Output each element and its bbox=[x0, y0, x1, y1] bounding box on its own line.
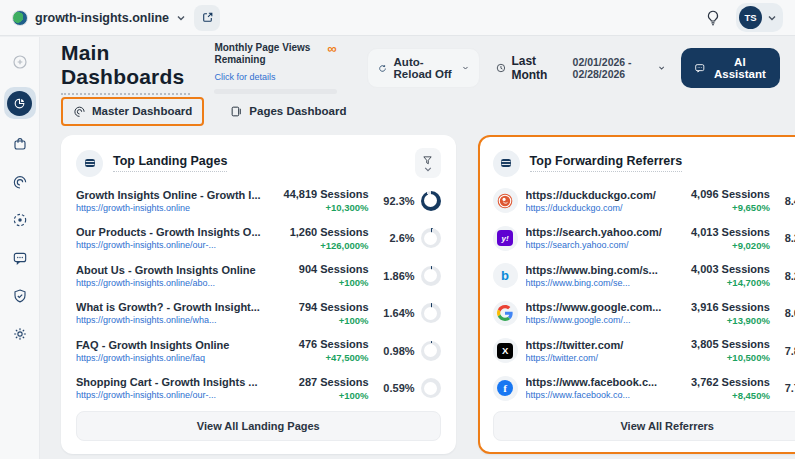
page-title: Main Dashboards bbox=[61, 41, 190, 95]
refresh-icon bbox=[378, 62, 387, 75]
table-row: Growth Insights Online - Growth I...http… bbox=[76, 182, 441, 220]
sidebar-item-settings[interactable] bbox=[7, 321, 33, 347]
sidebar bbox=[0, 37, 40, 459]
share-percent: 8.07% bbox=[785, 307, 795, 319]
sidebar-item-heatmaps[interactable] bbox=[7, 169, 33, 195]
page-title-link[interactable]: Our Products - Growth Insights O... bbox=[76, 226, 261, 238]
sessions-value: 1,260 Sessions bbox=[269, 226, 369, 238]
ai-chat-icon bbox=[694, 61, 706, 75]
page-title-link[interactable]: Shopping Cart - Growth Insights ... bbox=[76, 376, 261, 388]
date-range-picker[interactable]: 02/01/2026 - 02/28/2026 bbox=[573, 56, 666, 80]
ideas-lightbulb-icon[interactable] bbox=[704, 9, 722, 27]
sidebar-item-orders[interactable] bbox=[7, 131, 33, 157]
page-url-link[interactable]: https://growth-insights.online/our-... bbox=[76, 390, 261, 400]
card-title: Top Landing Pages bbox=[113, 154, 227, 172]
favicon-badge: X bbox=[493, 338, 518, 363]
referrer-title-link[interactable]: https://twitter.com/ bbox=[526, 339, 662, 351]
period-label: Last Month bbox=[511, 54, 556, 82]
sessions-value: 3,805 Sessions bbox=[670, 338, 770, 350]
referrer-url-link[interactable]: https://www.bing.com/se... bbox=[526, 278, 662, 288]
twitter-x-favicon-icon: X bbox=[497, 343, 513, 359]
quota-label: Monthly Page Views Remaining bbox=[214, 42, 327, 66]
tab-pages-dashboard[interactable]: Pages Dashboard bbox=[218, 97, 358, 126]
share-percent: 0.98% bbox=[383, 345, 414, 357]
user-menu[interactable]: TS bbox=[736, 3, 783, 32]
share-percent: 1.64% bbox=[383, 307, 414, 319]
page-title-link[interactable]: What is Growth? - Growth Insight... bbox=[76, 301, 261, 313]
table-row: f https://www.facebook.c...https://www.f… bbox=[493, 370, 795, 408]
referrer-title-link[interactable]: https://www.bing.com/s... bbox=[526, 264, 662, 276]
table-row: Our Products - Growth Insights O...https… bbox=[76, 220, 441, 258]
favicon-badge bbox=[493, 188, 518, 213]
facebook-favicon-icon: f bbox=[497, 380, 513, 396]
share-percent: 8.44% bbox=[785, 195, 795, 207]
quota-details-link[interactable]: Click for details bbox=[214, 72, 275, 82]
chevron-down-icon bbox=[658, 63, 665, 73]
sidebar-item-collapse[interactable] bbox=[7, 49, 33, 75]
change-badge: +126,000% bbox=[269, 240, 369, 251]
page-title-link[interactable]: About Us - Growth Insights Online bbox=[76, 264, 261, 276]
view-all-referrers-button[interactable]: View All Referrers bbox=[493, 411, 795, 441]
share-percent: 1.86% bbox=[383, 270, 414, 282]
change-badge: +100% bbox=[269, 390, 369, 401]
external-link-icon bbox=[201, 11, 214, 24]
share-percent: 92.3% bbox=[383, 195, 414, 207]
period-selector[interactable]: Last Month bbox=[496, 54, 557, 82]
change-badge: +9,650% bbox=[670, 202, 770, 213]
page-title-link[interactable]: FAQ - Growth Insights Online bbox=[76, 339, 261, 351]
open-site-button[interactable] bbox=[194, 5, 220, 31]
page-url-link[interactable]: https://growth-insights.online/faq bbox=[76, 353, 261, 363]
tab-label: Pages Dashboard bbox=[249, 105, 346, 117]
site-switcher[interactable]: growth-insights.online bbox=[12, 10, 186, 26]
sidebar-item-feedback[interactable] bbox=[7, 245, 33, 271]
page-url-link[interactable]: https://growth-insights.online/our-... bbox=[76, 240, 261, 250]
landing-filter-button[interactable] bbox=[415, 148, 441, 178]
referrer-url-link[interactable]: https://search.yahoo.com/ bbox=[526, 240, 662, 250]
table-row: https://duckduckgo.com/https://duckduckg… bbox=[493, 182, 795, 220]
sessions-value: 4,013 Sessions bbox=[670, 226, 770, 238]
sessions-value: 904 Sessions bbox=[269, 263, 369, 275]
pages-dashboard-icon bbox=[230, 105, 243, 118]
referrer-title-link[interactable]: https://search.yahoo.com/ bbox=[526, 226, 662, 238]
page-url-link[interactable]: https://growth-insights.online/abo... bbox=[76, 278, 261, 288]
active-indicator bbox=[7, 91, 32, 116]
heatmap-swirl-icon bbox=[12, 174, 28, 190]
chevron-down-icon bbox=[424, 167, 432, 172]
share-donut-chart bbox=[421, 303, 441, 323]
ai-assistant-button[interactable]: AI Assistant bbox=[681, 48, 780, 88]
referrer-url-link[interactable]: https://www.facebook.co... bbox=[526, 390, 662, 400]
referrer-url-link[interactable]: https://www.google.com/... bbox=[526, 315, 662, 325]
referrer-title-link[interactable]: https://www.facebook.c... bbox=[526, 376, 662, 388]
change-badge: +47,500% bbox=[269, 352, 369, 363]
referrer-title-link[interactable]: https://www.google.com... bbox=[526, 301, 662, 313]
view-all-landing-pages-button[interactable]: View All Landing Pages bbox=[76, 411, 441, 441]
referrer-url-link[interactable]: https://twitter.com/ bbox=[526, 353, 662, 363]
page-title-link[interactable]: Growth Insights Online - Growth I... bbox=[76, 189, 261, 201]
share-percent: 0.59% bbox=[383, 382, 414, 394]
list-widget-icon bbox=[499, 156, 513, 170]
favicon-badge: y! bbox=[493, 226, 518, 251]
change-badge: +13,900% bbox=[670, 315, 770, 326]
share-donut-chart bbox=[421, 341, 441, 361]
avatar: TS bbox=[739, 6, 762, 29]
sessions-value: 44,819 Sessions bbox=[269, 188, 369, 200]
chevron-down-icon bbox=[767, 13, 777, 23]
feedback-chat-icon bbox=[12, 250, 28, 266]
referrer-title-link[interactable]: https://duckduckgo.com/ bbox=[526, 189, 662, 201]
main-content: Main Dashboards Monthly Page Views Remai… bbox=[41, 37, 795, 459]
top-forwarding-referrers-card: Top Forwarding Referrers https://duckduc… bbox=[478, 135, 795, 454]
auto-reload-dropdown[interactable]: Auto-Reload Off bbox=[367, 48, 480, 88]
sidebar-item-seo[interactable] bbox=[7, 283, 33, 309]
change-badge: +14,700% bbox=[670, 277, 770, 288]
sidebar-item-session-replay[interactable] bbox=[7, 207, 33, 233]
page-url-link[interactable]: https://growth-insights.online/wha... bbox=[76, 315, 261, 325]
referrer-rows: https://duckduckgo.com/https://duckduckg… bbox=[493, 182, 795, 407]
sessions-value: 287 Sessions bbox=[269, 376, 369, 388]
filter-funnel-icon bbox=[422, 155, 433, 166]
referrer-url-link[interactable]: https://duckduckgo.com/ bbox=[526, 203, 662, 213]
page-url-link[interactable]: https://growth-insights.online bbox=[76, 203, 261, 213]
site-name: growth-insights.online bbox=[35, 11, 169, 25]
tab-master-dashboard[interactable]: Master Dashboard bbox=[61, 97, 204, 126]
sidebar-item-dashboards[interactable] bbox=[4, 87, 36, 119]
monthly-quota: Monthly Page Views Remaining Click for d… bbox=[214, 42, 336, 94]
